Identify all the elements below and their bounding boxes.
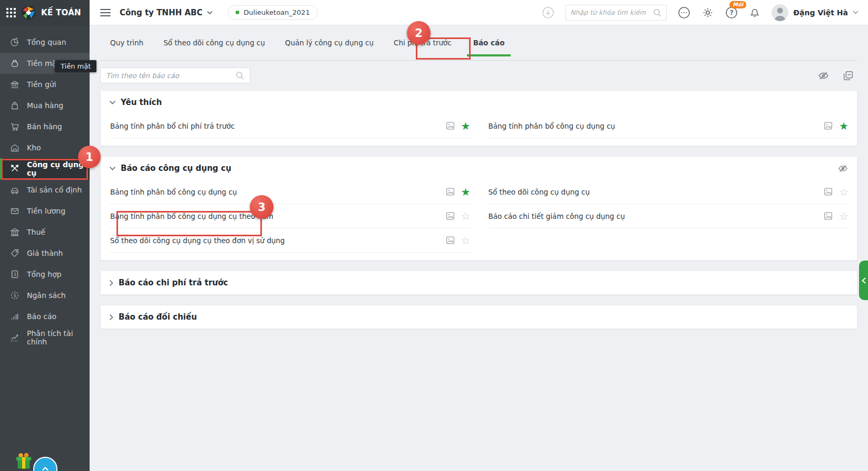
favorite-star-icon[interactable] xyxy=(461,121,471,131)
section-favorites: Yêu thích Bảng tính phân bổ chi phí trả … xyxy=(100,90,857,146)
report-preview-image-icon[interactable] xyxy=(445,187,455,197)
user-name: Đặng Việt Hà xyxy=(793,8,848,17)
settings-gear-icon[interactable] xyxy=(701,6,714,19)
report-link[interactable]: Bảng tính phân bổ công cụ dụng cụ xyxy=(489,122,616,130)
report-row: Sổ theo dõi công cụ dụng cụ theo đơn vị … xyxy=(110,228,471,253)
cash-icon xyxy=(9,58,20,69)
sidebar-item-label: Tài sản cố định xyxy=(27,186,82,194)
company-selector[interactable]: Công ty TNHH ABC xyxy=(120,8,213,17)
report-row: Báo cáo chi tiết giảm công cụ dụng cụ xyxy=(489,204,849,228)
section-header-reconciliation[interactable]: Báo cáo đối chiếu xyxy=(101,305,857,329)
download-icon[interactable] xyxy=(542,6,554,19)
app-launcher-icon[interactable] xyxy=(6,8,16,17)
sidebar-item-label: Tiền lương xyxy=(27,207,65,215)
sidebar-item-tai-san-co-dinh[interactable]: Tài sản cố định xyxy=(0,179,90,200)
sidebar-item-thue[interactable]: Thuế xyxy=(0,222,90,243)
search-icon[interactable] xyxy=(235,71,245,80)
report-preview-image-icon[interactable] xyxy=(823,211,833,221)
report-preview-image-icon[interactable] xyxy=(823,187,833,197)
favorite-star-icon[interactable] xyxy=(461,211,471,222)
section-tool-reports: Báo cáo công cụ dụng cụ Bảng tính phân b… xyxy=(100,156,857,261)
tab-so-theo-doi-ccdc[interactable]: Sổ theo dõi công cụ dụng cụ xyxy=(153,25,275,60)
app-logo-icon xyxy=(21,5,36,20)
help-icon[interactable]: ? Mới xyxy=(725,6,738,19)
scroll-up-button[interactable] xyxy=(33,457,57,471)
report-row: Bảng tính phân bổ công cụ dụng cụ xyxy=(110,180,471,204)
report-preview-image-icon[interactable] xyxy=(445,121,455,131)
section-title: Báo cáo chi phí trả trước xyxy=(119,278,228,287)
sidebar-item-tien-luong[interactable]: Tiền lương xyxy=(0,200,90,222)
ledger-icon: $ xyxy=(9,269,20,280)
more-options-icon[interactable] xyxy=(678,6,690,19)
notifications-bell-icon[interactable] xyxy=(749,7,760,18)
sidebar-item-label: Giá thành xyxy=(27,249,63,257)
report-link[interactable]: Sổ theo dõi công cụ dụng cụ theo đơn vị … xyxy=(110,236,285,245)
report-link[interactable]: Bảng tính phân bổ chi phí trả trước xyxy=(110,122,235,130)
favorite-star-icon[interactable] xyxy=(839,211,849,222)
tab-quan-ly-ccdc[interactable]: Quản lý công cụ dụng cụ xyxy=(275,25,384,60)
overview-icon xyxy=(9,37,20,47)
tools-icon xyxy=(9,164,20,174)
report-preview-image-icon[interactable] xyxy=(445,235,455,245)
sidebar-item-mua-hang[interactable]: Mua hàng xyxy=(0,95,90,116)
favorite-star-icon[interactable] xyxy=(461,187,471,197)
chevron-down-icon xyxy=(853,11,859,14)
hide-reports-eye-off-icon[interactable] xyxy=(817,70,830,82)
tab-bao-cao[interactable]: Báo cáo xyxy=(462,25,516,60)
sidebar-menu: Tổng quan Tiền mặt Tiền gửi Mua hàng Bán… xyxy=(0,32,90,348)
section-header-favorites[interactable]: Yêu thích xyxy=(101,91,857,114)
sidebar-item-tien-gui[interactable]: Tiền gửi xyxy=(0,74,90,95)
sidebar-item-label: Bán hàng xyxy=(27,122,62,131)
main-content: Quy trình Sổ theo dõi công cụ dụng cụ Qu… xyxy=(90,25,868,471)
tab-quy-trinh[interactable]: Quy trình xyxy=(100,25,153,60)
sidebar: KẾ TOÁN Tổng quan Tiền mặt Tiền gửi Mua … xyxy=(0,0,90,471)
sidebar-item-phan-tich-tai-chinh[interactable]: Phân tích tài chính xyxy=(0,327,90,348)
global-search-input[interactable] xyxy=(570,8,652,16)
report-search-input[interactable] xyxy=(106,72,235,80)
section-header-tool-reports[interactable]: Báo cáo công cụ dụng cụ xyxy=(101,157,857,180)
sidebar-item-bao-cao[interactable]: Báo cáo xyxy=(0,306,90,327)
hide-section-eye-off-icon[interactable] xyxy=(837,163,849,174)
favorite-star-icon[interactable] xyxy=(839,187,849,197)
svg-text:$: $ xyxy=(14,272,16,277)
sidebar-item-ban-hang[interactable]: Bán hàng xyxy=(0,116,90,137)
report-preview-image-icon[interactable] xyxy=(445,211,455,221)
favorite-star-icon[interactable] xyxy=(461,235,471,246)
sidebar-item-label: Tiền gửi xyxy=(27,80,56,89)
favorite-star-icon[interactable] xyxy=(839,121,849,131)
sidebar-item-kho[interactable]: Kho xyxy=(0,137,90,158)
topbar: Công ty TNHH ABC Dulieuketoan_2021 ? Mới xyxy=(90,0,868,25)
side-panel-toggle[interactable] xyxy=(859,261,868,300)
sidebar-item-ngan-sach[interactable]: $ Ngân sách xyxy=(0,285,90,306)
report-link[interactable]: Báo cáo chi tiết giảm công cụ dụng cụ xyxy=(489,212,625,220)
sidebar-item-tong-quan[interactable]: Tổng quan xyxy=(0,32,90,53)
purchase-icon xyxy=(9,100,20,111)
app-name: KẾ TOÁN xyxy=(41,8,81,17)
database-selector[interactable]: Dulieuketoan_2021 xyxy=(228,5,318,20)
search-icon[interactable] xyxy=(652,8,662,17)
warehouse-icon xyxy=(9,142,20,153)
tax-icon xyxy=(9,227,20,237)
gift-icon[interactable] xyxy=(14,451,34,471)
report-preview-image-icon[interactable] xyxy=(823,121,833,131)
database-name: Dulieuketoan_2021 xyxy=(243,8,310,16)
report-icon xyxy=(9,311,20,322)
sidebar-item-label: Tổng hợp xyxy=(27,270,62,278)
user-menu[interactable]: Đặng Việt Hà xyxy=(772,4,859,21)
sales-icon xyxy=(9,121,20,132)
section-title: Báo cáo đối chiếu xyxy=(119,312,197,322)
section-header-prepaid[interactable]: Báo cáo chi phí trả trước xyxy=(101,271,857,294)
hamburger-menu-icon[interactable] xyxy=(100,7,111,18)
report-link[interactable]: Sổ theo dõi công cụ dụng cụ xyxy=(489,188,590,196)
sidebar-item-tong-hop[interactable]: $ Tổng hợp xyxy=(0,264,90,285)
sidebar-item-gia-thanh[interactable]: Giá thành xyxy=(0,243,90,264)
avatar xyxy=(772,4,788,21)
collapse-all-icon[interactable] xyxy=(842,70,854,82)
sidebar-item-cong-cu-dung-cu[interactable]: Công cụ dụng cụ xyxy=(0,158,90,179)
report-link[interactable]: Bảng tính phân bổ công cụ dụng cụ theo n… xyxy=(110,212,274,220)
sidebar-tooltip: Tiền mặt xyxy=(55,60,96,72)
report-link[interactable]: Bảng tính phân bổ công cụ dụng cụ xyxy=(110,188,237,196)
bank-deposit-icon xyxy=(9,79,20,90)
tab-chi-phi-tra-truoc[interactable]: Chi phí trả trước xyxy=(384,25,462,60)
company-name: Công ty TNHH ABC xyxy=(120,8,202,17)
